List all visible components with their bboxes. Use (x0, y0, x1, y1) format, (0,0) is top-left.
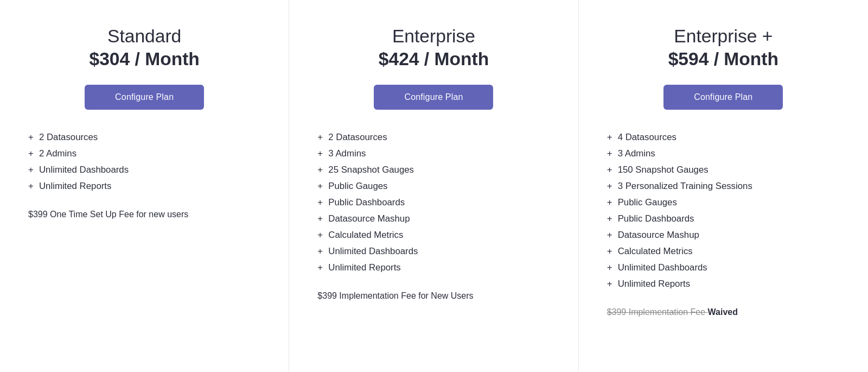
feature-text: Datasource Mashup (618, 230, 699, 241)
feature-text: Unlimited Dashboards (328, 246, 418, 257)
list-item: +Public Dashboards (317, 194, 550, 211)
feature-text: Unlimited Dashboards (618, 262, 707, 273)
feature-text: Public Dashboards (328, 197, 405, 208)
plus-icon: + (28, 148, 35, 159)
fee-waived-text: Waived (708, 307, 738, 317)
plus-icon: + (317, 262, 324, 273)
plan-price-enterprise-plus: $594 / Month (607, 49, 840, 70)
list-item: +Datasource Mashup (317, 211, 550, 227)
list-item: +Public Gauges (317, 178, 550, 194)
list-item: +Calculated Metrics (317, 227, 550, 243)
list-item: +2 Datasources (317, 129, 550, 146)
list-item: +Public Gauges (607, 194, 840, 211)
list-item: +Unlimited Reports (607, 276, 840, 292)
plus-icon: + (317, 181, 324, 192)
list-item: +3 Personalized Training Sessions (607, 178, 840, 194)
plan-col-enterprise-plus: Enterprise +$594 / MonthConfigure Plan+4… (579, 0, 868, 372)
list-item: +150 Snapshot Gauges (607, 162, 840, 178)
fee-note-enterprise: $399 Implementation Fee for New Users (317, 291, 473, 301)
plus-icon: + (317, 246, 324, 257)
fee-strike-text: $399 Implementation Fee (607, 307, 708, 317)
features-list-enterprise: +2 Datasources+3 Admins+25 Snapshot Gaug… (317, 129, 550, 276)
feature-text: Unlimited Dashboards (39, 165, 129, 175)
configure-button-enterprise-plus[interactable]: Configure Plan (663, 85, 783, 110)
feature-text: 4 Datasources (618, 132, 676, 143)
plan-price-enterprise: $424 / Month (317, 49, 550, 70)
plus-icon: + (607, 132, 614, 143)
list-item: +Unlimited Reports (317, 260, 550, 276)
feature-text: 3 Admins (328, 148, 366, 159)
list-item: +Unlimited Reports (28, 178, 260, 194)
pricing-grid: Standard$304 / MonthConfigure Plan+2 Dat… (0, 0, 868, 372)
fee-note-strikethrough-enterprise-plus: $399 Implementation Fee Waived (607, 307, 738, 317)
plus-icon: + (317, 165, 324, 175)
plus-icon: + (28, 181, 35, 192)
feature-text: 3 Personalized Training Sessions (618, 181, 752, 192)
feature-text: 25 Snapshot Gauges (328, 165, 414, 175)
plus-icon: + (607, 148, 614, 159)
plus-icon: + (317, 197, 324, 208)
features-list-standard: +2 Datasources+2 Admins+Unlimited Dashbo… (28, 129, 260, 194)
plus-icon: + (607, 197, 614, 208)
list-item: +Datasource Mashup (607, 227, 840, 243)
plan-name-standard: Standard (28, 26, 260, 47)
feature-text: Datasource Mashup (328, 213, 410, 224)
configure-button-standard[interactable]: Configure Plan (85, 85, 204, 110)
list-item: +Calculated Metrics (607, 243, 840, 260)
feature-text: Unlimited Reports (39, 181, 111, 192)
plus-icon: + (607, 262, 614, 273)
plan-col-standard: Standard$304 / MonthConfigure Plan+2 Dat… (0, 0, 289, 372)
plan-price-standard: $304 / Month (28, 49, 260, 70)
plus-icon: + (607, 246, 614, 257)
feature-text: 2 Datasources (39, 132, 98, 143)
plus-icon: + (607, 230, 614, 241)
plus-icon: + (607, 165, 614, 175)
plus-icon: + (317, 148, 324, 159)
feature-text: 3 Admins (618, 148, 655, 159)
plus-icon: + (317, 230, 324, 241)
configure-button-enterprise[interactable]: Configure Plan (374, 85, 493, 110)
feature-text: Calculated Metrics (328, 230, 403, 241)
plan-name-enterprise: Enterprise (317, 26, 550, 47)
feature-text: Unlimited Reports (328, 262, 400, 273)
plus-icon: + (607, 279, 614, 289)
list-item: +2 Datasources (28, 129, 260, 146)
list-item: +25 Snapshot Gauges (317, 162, 550, 178)
feature-text: Public Gauges (618, 197, 677, 208)
features-list-enterprise-plus: +4 Datasources+3 Admins+150 Snapshot Gau… (607, 129, 840, 292)
plus-icon: + (607, 213, 614, 224)
feature-text: 2 Datasources (328, 132, 387, 143)
list-item: +Unlimited Dashboards (607, 260, 840, 276)
list-item: +Unlimited Dashboards (28, 162, 260, 178)
fee-note-standard: $399 One Time Set Up Fee for new users (28, 210, 188, 219)
list-item: +3 Admins (607, 146, 840, 162)
plus-icon: + (607, 181, 614, 192)
feature-text: Calculated Metrics (618, 246, 693, 257)
feature-text: 2 Admins (39, 148, 76, 159)
list-item: +2 Admins (28, 146, 260, 162)
plan-col-enterprise: Enterprise$424 / MonthConfigure Plan+2 D… (289, 0, 578, 372)
list-item: +Public Dashboards (607, 211, 840, 227)
feature-text: Unlimited Reports (618, 279, 690, 289)
plus-icon: + (28, 165, 35, 175)
plus-icon: + (317, 213, 324, 224)
plan-name-enterprise-plus: Enterprise + (607, 26, 840, 47)
list-item: +3 Admins (317, 146, 550, 162)
plus-icon: + (28, 132, 35, 143)
list-item: +4 Datasources (607, 129, 840, 146)
feature-text: Public Gauges (328, 181, 387, 192)
plus-icon: + (317, 132, 324, 143)
list-item: +Unlimited Dashboards (317, 243, 550, 260)
feature-text: Public Dashboards (618, 213, 694, 224)
feature-text: 150 Snapshot Gauges (618, 165, 709, 175)
